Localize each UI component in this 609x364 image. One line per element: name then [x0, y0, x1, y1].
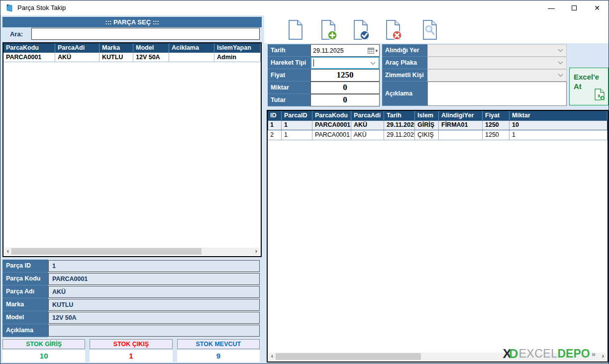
preview-record-icon[interactable] — [421, 19, 439, 41]
chevron-down-icon — [558, 61, 563, 65]
cell: 1 — [509, 130, 608, 140]
detail-row-marka: Marka KUTLU — [2, 298, 260, 311]
part-details: Parça ID 1 Parça Kodu PARCA0001 Parça Ad… — [2, 260, 260, 337]
add-record-icon[interactable] — [320, 19, 338, 41]
close-button[interactable]: ✕ — [586, 0, 609, 15]
scrollbar-thumb[interactable] — [11, 248, 202, 255]
table-row[interactable]: 2 1 PARCA0001 AKÜ 29.11.2025 ÇIKIŞ 1250 … — [268, 130, 608, 140]
column-header[interactable]: ParcaAdi — [351, 111, 384, 120]
marka-field[interactable]: KUTLU — [48, 299, 260, 311]
tarih-datepicker[interactable]: 29.11.2025 ▾ — [310, 44, 380, 57]
scroll-right-icon[interactable]: › — [600, 353, 607, 360]
column-header[interactable]: Islem — [415, 111, 439, 120]
cell — [439, 130, 483, 140]
parts-grid: ParcaKodu ParcaAdi Marka Model Aciklama … — [2, 42, 262, 257]
scroll-left-icon[interactable]: ‹ — [4, 248, 11, 255]
tarih-label: Tarih — [268, 44, 310, 57]
logo-word-excel: EXCEL — [519, 347, 558, 361]
column-header[interactable]: ParcaID — [282, 111, 312, 120]
detail-row-parca-kodu: Parça Kodu PARCA0001 — [2, 273, 260, 285]
export-excel-button[interactable]: Excel'e At x — [569, 68, 609, 105]
cell — [169, 53, 214, 62]
tutar-field[interactable]: 0 — [310, 94, 380, 106]
detail-label: Marka — [2, 298, 48, 311]
table-row[interactable]: PARCA0001 AKÜ KUTLU 12V 50A Admin — [3, 53, 261, 62]
column-header[interactable]: Tarih — [384, 111, 415, 120]
alindigi-yer-combobox[interactable] — [427, 44, 567, 57]
cell: PARCA0001 — [312, 130, 351, 140]
cell: Admin — [214, 53, 261, 62]
cell: 10 — [509, 120, 608, 130]
hareket-tipi-combobox[interactable] — [310, 57, 380, 69]
logo-monogram-d: D — [509, 346, 518, 362]
form-row-alindigi-yer: Alındığı Yer — [382, 44, 567, 57]
minimize-button[interactable]: — — [540, 0, 563, 15]
maximize-button[interactable] — [563, 0, 586, 15]
stock-cikis-label[interactable]: STOK ÇIKIŞ — [90, 339, 172, 349]
app-window: Parça Stok Takip — ✕ ::: PARÇA SEÇ ::: A… — [0, 0, 609, 364]
column-header[interactable]: ParcaKodu — [312, 111, 351, 120]
tarih-value: 29.11.2025 — [313, 47, 368, 54]
detail-label: Açıklama — [2, 324, 48, 337]
scroll-right-icon[interactable]: › — [253, 248, 260, 255]
form-row-tarih: Tarih 29.11.2025 ▾ — [268, 44, 380, 57]
miktar-field[interactable]: 0 — [310, 82, 380, 94]
form-row-zimmetli-kisi: Zimmetli Kişi — [382, 69, 567, 82]
arac-plaka-combobox[interactable] — [427, 57, 567, 69]
parts-grid-header: ParcaKodu ParcaAdi Marka Model Aciklama … — [3, 43, 261, 53]
column-header[interactable]: IslemYapan — [214, 43, 261, 53]
cell: AKÜ — [55, 53, 100, 62]
title-bar: Parça Stok Takip — ✕ — [0, 0, 609, 15]
parca-id-field[interactable]: 1 — [48, 260, 260, 272]
toolbar — [264, 15, 609, 43]
form-row-arac-plaka: Araç Plaka — [382, 57, 567, 69]
detail-row-model: Model 12V 50A — [2, 311, 260, 324]
fiyat-label: Fiyat — [268, 69, 310, 82]
aciklama-field[interactable] — [48, 325, 260, 337]
column-header[interactable]: Aciklama — [169, 43, 214, 53]
search-label: Ara: — [2, 28, 30, 40]
parca-kodu-field[interactable]: PARCA0001 — [48, 273, 260, 285]
stock-cikis-value: 1 — [90, 350, 172, 362]
cell: 29.11.2025 — [384, 120, 415, 130]
column-header[interactable]: AlindigiYer — [439, 111, 483, 120]
column-header[interactable]: ID — [268, 111, 282, 120]
confirm-record-icon[interactable] — [352, 19, 370, 41]
fiyat-field[interactable]: 1250 — [310, 69, 380, 82]
column-header[interactable]: Miktar — [509, 111, 608, 120]
table-row[interactable]: 1 1 PARCA0001 AKÜ 29.11.2025 GİRİŞ FİRMA… — [268, 120, 608, 130]
cell: AKÜ — [351, 130, 384, 140]
column-header[interactable]: Fiyat — [483, 111, 509, 120]
scrollbar-thumb[interactable] — [276, 353, 421, 360]
maximize-icon — [572, 5, 577, 10]
cell: PARCA0001 — [3, 53, 55, 62]
column-header[interactable]: Marka — [100, 43, 133, 53]
zimmetli-kisi-combobox[interactable] — [427, 69, 567, 82]
parca-adi-field[interactable]: AKÜ — [48, 286, 260, 298]
cell: PARCA0001 — [312, 120, 351, 130]
stock-mevcut-label[interactable]: STOK MEVCUT — [177, 339, 260, 349]
parts-grid-hscrollbar[interactable]: ‹ › — [4, 248, 260, 255]
column-header[interactable]: ParcaKodu — [3, 43, 55, 53]
movement-form-left: Tarih 29.11.2025 ▾ Hareket Tipi — [268, 44, 380, 106]
search-input[interactable] — [31, 28, 260, 40]
stock-giris-label[interactable]: STOK GİRİŞ — [2, 339, 85, 349]
new-record-icon[interactable] — [287, 19, 305, 41]
movements-grid-header: ID ParcaID ParcaKodu ParcaAdi Tarih Isle… — [268, 111, 608, 120]
column-header[interactable]: ParcaAdi — [55, 43, 100, 53]
scroll-left-icon[interactable]: ‹ — [269, 353, 276, 360]
stock-mevcut-block: STOK MEVCUT 9 — [177, 339, 260, 362]
detail-row-parca-adi: Parça Adı AKÜ — [2, 285, 260, 298]
text-cursor — [313, 59, 314, 67]
movement-form-right: Alındığı Yer Araç Plaka Zimmetli Kişi — [382, 44, 567, 106]
detail-label: Parça Adı — [2, 285, 48, 298]
hareket-tipi-label: Hareket Tipi — [268, 57, 310, 69]
column-header[interactable]: Model — [133, 43, 169, 53]
arac-plaka-label: Araç Plaka — [382, 57, 427, 69]
aciklama-textarea[interactable] — [427, 82, 567, 106]
detail-label: Parça Kodu — [2, 273, 48, 285]
form-row-aciklama: Açıklama — [382, 82, 567, 106]
model-field[interactable]: 12V 50A — [48, 312, 260, 324]
stock-summary: STOK GİRİŞ 10 STOK ÇIKIŞ 1 STOK MEVCUT 9 — [2, 339, 260, 362]
delete-record-icon[interactable] — [385, 19, 403, 41]
